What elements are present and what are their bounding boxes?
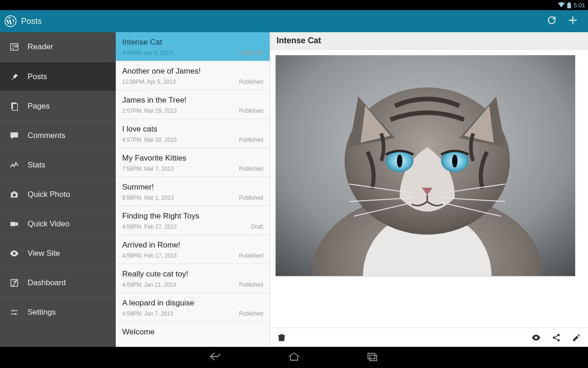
- svg-rect-6: [12, 104, 17, 110]
- sidebar-item-label: Quick Photo: [28, 190, 70, 199]
- post-status: Published: [239, 166, 263, 172]
- post-time: 9:58PM, Mar 1, 2013: [122, 195, 174, 201]
- action-bar: Posts: [0, 10, 588, 32]
- sidebar-item-label: Quick Video: [28, 219, 69, 229]
- post-title: Finding the Right Toys: [122, 212, 263, 221]
- post-item[interactable]: Intense Cat 4:56PM, Apr 6, 2013Published: [116, 32, 270, 61]
- device-frame: 5:01 Posts Reader: [0, 0, 588, 368]
- wordpress-icon: [5, 15, 17, 27]
- svg-rect-0: [567, 3, 571, 8]
- post-item[interactable]: Summer! 9:58PM, Mar 1, 2013Published: [116, 177, 270, 206]
- post-item[interactable]: Really cute cat toy! 4:59PM, Jan 21, 201…: [116, 264, 270, 293]
- sidebar-item-pages[interactable]: Pages: [0, 91, 116, 121]
- post-item[interactable]: Welcome: [116, 322, 270, 341]
- post-title: James in the Tree!: [122, 96, 263, 105]
- plus-icon: [568, 15, 578, 27]
- recent-apps-button[interactable]: [365, 351, 379, 363]
- detail-body: [270, 50, 588, 328]
- detail-toolbar: [270, 328, 588, 347]
- video-icon: [9, 219, 19, 229]
- post-item[interactable]: Another one of James! 11:56PM, Apr 5, 20…: [116, 61, 270, 90]
- preview-button[interactable]: [529, 331, 543, 345]
- post-time: 4:56PM, Apr 6, 2013: [122, 50, 172, 56]
- post-title: Really cute cat toy!: [122, 270, 263, 279]
- sidebar-item-label: Pages: [28, 102, 50, 111]
- svg-point-12: [14, 313, 17, 315]
- delete-button[interactable]: [275, 331, 288, 345]
- svg-rect-4: [15, 45, 17, 47]
- sidebar-item-label: Settings: [28, 308, 56, 317]
- post-time: 4:58PM, Feb 27, 2013: [122, 224, 177, 230]
- post-status: Published: [239, 50, 263, 56]
- share-button[interactable]: [549, 331, 563, 345]
- sidebar-item-settings[interactable]: Settings: [0, 297, 116, 327]
- svg-rect-26: [370, 355, 377, 361]
- eye-icon: [9, 248, 19, 259]
- sidebar-item-posts[interactable]: Posts: [0, 62, 116, 91]
- sidebar-item-stats[interactable]: Stats: [0, 150, 116, 179]
- post-time: 4:59PM, Jan 21, 2013: [122, 282, 176, 288]
- wifi-icon: [558, 2, 565, 8]
- post-status: Published: [239, 310, 263, 317]
- post-detail: Intense Cat: [270, 32, 588, 347]
- sidebar-item-reader[interactable]: Reader: [0, 32, 116, 62]
- camera-icon: [9, 190, 19, 200]
- post-title: My Favorite Kitties: [122, 154, 263, 163]
- sidebar: Reader Posts Pages Comments: [0, 32, 116, 347]
- post-status: Published: [239, 282, 263, 288]
- svg-point-24: [558, 339, 560, 341]
- post-item[interactable]: Arrived in Rome! 4:59PM, Feb 17, 2013Pub…: [116, 235, 270, 264]
- sidebar-item-quick-video[interactable]: Quick Video: [0, 209, 116, 238]
- post-title: Another one of James!: [122, 67, 263, 76]
- post-time: 11:56PM, Apr 5, 2013: [122, 79, 175, 85]
- refresh-button[interactable]: [541, 10, 562, 32]
- eye-icon: [531, 333, 541, 343]
- status-time: 5:01: [574, 2, 585, 9]
- post-time: 2:57PM, Mar 29, 2013: [122, 108, 177, 114]
- pushpin-icon: [9, 72, 19, 82]
- new-post-button[interactable]: [562, 10, 583, 32]
- svg-point-22: [553, 336, 555, 339]
- post-title: Welcome: [122, 328, 263, 337]
- edit-button[interactable]: [570, 331, 583, 345]
- post-title: A leopard in disguise: [122, 299, 263, 308]
- sidebar-item-comments[interactable]: Comments: [0, 121, 116, 150]
- post-time: 4:57PM, Mar 20, 2013: [122, 137, 177, 143]
- post-title: Summer!: [122, 183, 263, 192]
- post-item[interactable]: I love cats 4:57PM, Mar 20, 2013Publishe…: [116, 119, 270, 148]
- sidebar-item-view-site[interactable]: View Site: [0, 238, 116, 268]
- dashboard-icon: [9, 278, 19, 288]
- post-list[interactable]: Intense Cat 4:56PM, Apr 6, 2013Published…: [116, 32, 270, 347]
- sidebar-item-label: Dashboard: [28, 278, 66, 288]
- action-bar-title: Posts: [21, 17, 42, 26]
- post-time: 7:58PM, Mar 7, 2013: [122, 166, 174, 172]
- brand[interactable]: Posts: [5, 15, 42, 27]
- post-status: Draft: [251, 224, 263, 230]
- post-status: Published: [239, 137, 263, 143]
- sidebar-item-label: View Site: [28, 249, 60, 258]
- post-item[interactable]: My Favorite Kitties 7:58PM, Mar 7, 2013P…: [116, 148, 270, 177]
- home-button[interactable]: [287, 351, 301, 363]
- svg-rect-1: [568, 2, 570, 3]
- post-image: [276, 55, 575, 276]
- post-item[interactable]: Finding the Right Toys 4:58PM, Feb 27, 2…: [116, 206, 270, 235]
- stats-icon: [9, 160, 19, 170]
- refresh-icon: [547, 15, 557, 27]
- post-status: Published: [239, 195, 263, 201]
- post-status: Published: [239, 108, 263, 114]
- back-button[interactable]: [209, 351, 223, 363]
- svg-point-19: [397, 155, 402, 167]
- svg-point-23: [558, 334, 560, 336]
- sidebar-item-quick-photo[interactable]: Quick Photo: [0, 179, 116, 209]
- post-item[interactable]: James in the Tree! 2:57PM, Mar 29, 2013P…: [116, 90, 270, 119]
- post-item[interactable]: A leopard in disguise 4:59PM, Jan 7, 201…: [116, 293, 270, 322]
- share-icon: [552, 333, 561, 342]
- sidebar-item-label: Reader: [28, 42, 53, 52]
- android-nav-bar: [0, 347, 588, 368]
- comment-icon: [9, 131, 19, 141]
- android-status-bar: 5:01: [0, 0, 588, 10]
- svg-point-7: [13, 193, 16, 196]
- battery-icon: [567, 2, 571, 8]
- sidebar-item-dashboard[interactable]: Dashboard: [0, 268, 116, 297]
- trash-icon: [277, 333, 286, 342]
